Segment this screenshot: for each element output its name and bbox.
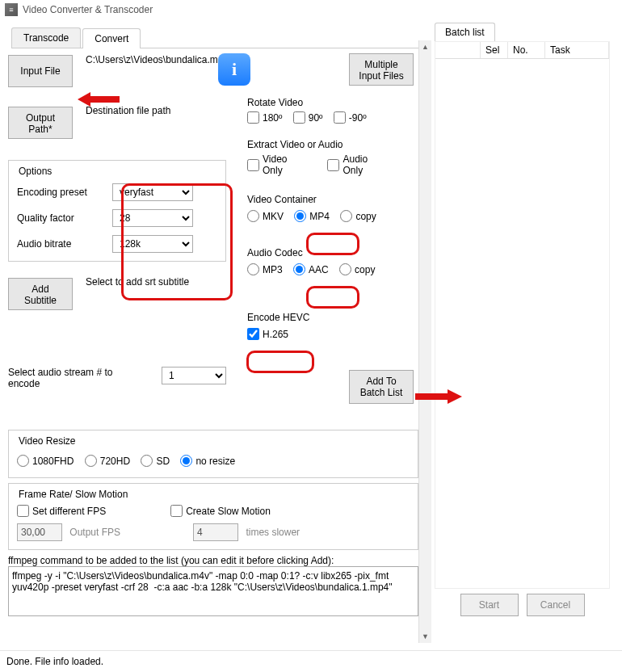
app-icon: ≡ [5,3,18,16]
framerate-title: Frame Rate/ Slow Motion [15,489,131,500]
h265-checkbox[interactable]: H.265 [247,328,288,340]
output-fps-placeholder: Output FPS [69,527,120,538]
encoding-preset-label: Encoding preset [17,187,106,198]
batch-col-sel[interactable]: Sel [481,42,508,58]
info-icon[interactable]: i [218,53,250,86]
multiple-input-files-button[interactable]: Multiple Input Files [349,53,414,86]
start-button: Start [460,594,519,616]
scroll-up-icon[interactable]: ▲ [419,40,431,53]
quality-factor-label: Quality factor [17,212,106,224]
audio-stream-label: Select audio stream # to encode [8,367,137,389]
audio-bitrate-select[interactable]: 128k [112,235,193,253]
ffmpeg-label: ffmpeg command to be added to the list (… [8,555,423,566]
window-title: Video Converter & Transcoder [23,4,153,15]
titlebar: ≡ Video Converter & Transcoder [0,0,622,19]
container-mp4-radio[interactable]: MP4 [294,210,330,222]
resize-sd-radio[interactable]: SD [141,455,170,467]
video-only-checkbox[interactable]: Video Only [247,153,287,176]
rotate-m90-checkbox[interactable]: -90º [334,111,367,124]
batch-list-grid: Sel No. Task [435,41,610,589]
batch-col-no[interactable]: No. [508,42,545,58]
batch-col-blank [435,42,481,58]
rotate-90-checkbox[interactable]: 90º [293,111,323,124]
audio-bitrate-label: Audio bitrate [17,238,106,250]
video-resize-title: Video Resize [15,435,79,447]
tab-transcode[interactable]: Transcode [11,27,81,48]
container-copy-radio[interactable]: copy [340,210,376,222]
batch-list-tab[interactable]: Batch list [435,23,495,41]
add-to-batch-button[interactable]: Add To Batch List [349,370,414,404]
cancel-button: Cancel [527,594,585,616]
create-slow-motion-checkbox[interactable]: Create Slow Motion [170,505,271,517]
container-mkv-radio[interactable]: MKV [247,210,284,222]
codec-aac-radio[interactable]: AAC [293,263,329,275]
quality-factor-select[interactable]: 28 [112,209,193,227]
add-subtitle-button[interactable]: Add Subtitle [8,278,73,310]
video-container-title: Video Container [247,194,430,205]
codec-mp3-radio[interactable]: MP3 [247,263,283,275]
add-subtitle-hint: Select to add srt subtitle [86,276,191,288]
encoding-preset-select[interactable]: veryfast [112,183,193,201]
input-file-button[interactable]: Input File [8,55,73,87]
ffmpeg-command-text[interactable] [8,566,418,616]
resize-none-radio[interactable]: no resize [180,455,235,467]
input-file-path-text: C:\Users\z\Videos\bundalica.m4v [86,53,215,66]
panel-scrollbar[interactable]: ▲ ▼ [418,40,431,643]
extract-title: Extract Video or Audio [247,139,430,150]
rotate-180-checkbox[interactable]: 180º [247,111,282,124]
audio-only-checkbox[interactable]: Audio Only [327,153,368,176]
destination-path-label: Destination file path [86,105,170,116]
resize-1080-radio[interactable]: 1080FHD [17,455,74,467]
audio-codec-title: Audio Codec [247,247,430,258]
set-different-fps-checkbox[interactable]: Set different FPS [17,505,106,517]
batch-col-task[interactable]: Task [545,42,609,58]
slow-times-suffix: times slower [246,527,300,538]
output-fps-input [17,523,62,541]
codec-copy-radio[interactable]: copy [339,263,375,275]
scroll-down-icon[interactable]: ▼ [419,630,431,643]
status-bar: Done. File info loaded. [0,650,622,672]
slow-times-input [193,523,238,541]
status-text: Done. File info loaded. [6,656,103,667]
audio-stream-select[interactable]: 1 [162,367,226,384]
main-tabs: Transcode Convert [11,27,420,48]
resize-720-radio[interactable]: 720HD [85,455,130,467]
encode-hevc-title: Encode HEVC [247,312,309,323]
options-group-title: Options [15,166,55,177]
rotate-video-title: Rotate Video [247,97,430,108]
output-path-button[interactable]: Output Path* [8,107,73,139]
tab-convert[interactable]: Convert [82,28,141,48]
